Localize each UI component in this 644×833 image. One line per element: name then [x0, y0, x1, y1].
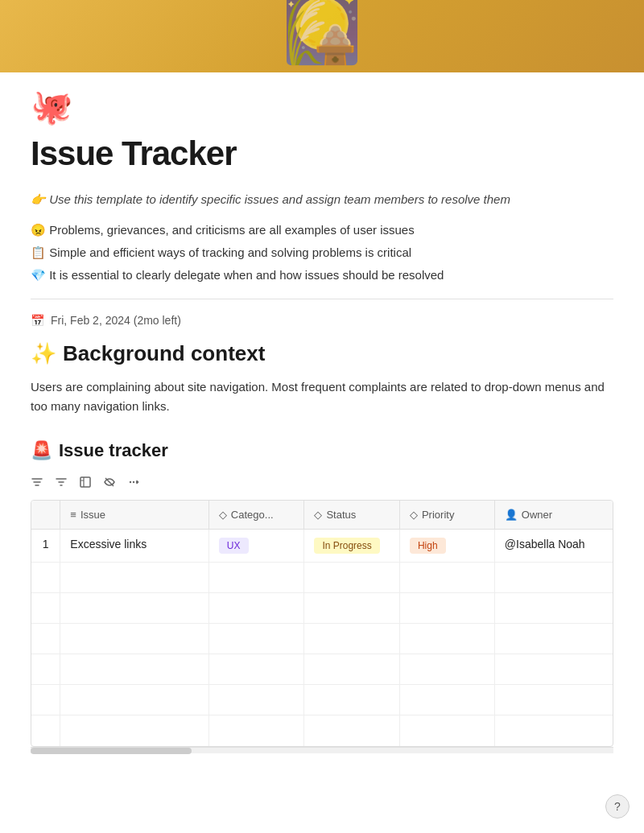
- row-owner[interactable]: @Isabella Noah: [494, 530, 613, 563]
- tracker-heading: 🚨 Issue tracker: [31, 440, 613, 461]
- owner-col-icon: 👤: [505, 509, 518, 521]
- sparkles-icon: ✨: [31, 341, 56, 366]
- list-item: 😠 Problems, grievances, and criticisms a…: [31, 223, 613, 237]
- svg-point-3: [133, 481, 134, 483]
- bullet-text-2: 📋 Simple and efficient ways of tracking …: [31, 245, 411, 260]
- date-row: 📅 Fri, Feb 2, 2024 (2mo left): [31, 314, 613, 327]
- issue-col-icon: ≡: [70, 509, 76, 521]
- category-col-icon: ◇: [219, 509, 227, 521]
- list-item: 💎 It is essential to clearly delegate wh…: [31, 268, 613, 282]
- issue-table-wrapper: ≡ Issue ◇ Catego... ◇: [31, 500, 613, 747]
- page-title: Issue Tracker: [31, 134, 613, 173]
- col-num-header: [31, 501, 60, 530]
- alarm-icon: 🚨: [31, 440, 52, 461]
- page-icon: 🐙: [31, 87, 644, 126]
- bullet-list: 😠 Problems, grievances, and criticisms a…: [31, 223, 613, 282]
- table-row-empty-5: [31, 685, 613, 715]
- status-col-icon: ◇: [314, 509, 322, 521]
- col-category-header[interactable]: ◇ Catego...: [208, 501, 304, 530]
- category-badge: UX: [219, 538, 249, 554]
- empty-owner: [494, 563, 613, 593]
- scrollbar-thumb[interactable]: [31, 748, 192, 754]
- priority-badge: High: [410, 538, 446, 554]
- col-issue-header[interactable]: ≡ Issue: [60, 501, 209, 530]
- tracker-heading-text: Issue tracker: [59, 440, 168, 461]
- more-options-icon[interactable]: [127, 476, 140, 489]
- hide-icon[interactable]: [103, 476, 116, 489]
- col-status-header[interactable]: ◇ Status: [304, 501, 400, 530]
- filter-icon[interactable]: [55, 476, 68, 489]
- issue-col-label: Issue: [80, 509, 105, 521]
- issue-table: ≡ Issue ◇ Catego... ◇: [31, 501, 613, 746]
- tracker-section: 🚨 Issue tracker: [31, 440, 613, 753]
- row-status[interactable]: In Progress: [304, 530, 400, 563]
- header-art: 🎑: [282, 0, 362, 68]
- header-banner: 🎑: [0, 0, 644, 72]
- owner-col-label: Owner: [522, 509, 552, 521]
- table-row-empty-2: [31, 593, 613, 624]
- main-content: Issue Tracker 👉 Use this template to ide…: [0, 134, 644, 786]
- bullet-text-1: 😠 Problems, grievances, and criticisms a…: [31, 223, 415, 237]
- status-col-label: Status: [326, 509, 356, 521]
- row-priority[interactable]: High: [399, 530, 494, 563]
- col-priority-header[interactable]: ◇ Priority: [399, 501, 494, 530]
- priority-col-icon: ◇: [410, 509, 418, 521]
- bullet-text-3: 💎 It is essential to clearly delegate wh…: [31, 268, 444, 282]
- expand-icon[interactable]: [79, 476, 92, 489]
- empty-issue: [60, 563, 209, 593]
- empty-status: [304, 563, 400, 593]
- category-col-label: Catego...: [231, 509, 274, 521]
- calendar-icon: 📅: [31, 314, 44, 327]
- intro-text: 👉 Use this template to identify specific…: [31, 192, 613, 207]
- background-body: Users are complaining about site navigat…: [31, 377, 613, 416]
- row-num: 1: [31, 530, 60, 563]
- background-heading-text: Background context: [63, 341, 265, 366]
- empty-category: [208, 563, 304, 593]
- table-row-empty-3: [31, 624, 613, 654]
- status-badge: In Progress: [314, 538, 379, 554]
- svg-point-2: [130, 481, 131, 483]
- sort-icon[interactable]: [31, 476, 43, 489]
- scrollbar-track[interactable]: [31, 747, 613, 753]
- svg-rect-0: [80, 477, 90, 487]
- background-heading: ✨ Background context: [31, 341, 613, 366]
- table-header-row: ≡ Issue ◇ Catego... ◇: [31, 501, 613, 530]
- list-item: 📋 Simple and efficient ways of tracking …: [31, 245, 613, 260]
- col-owner-header[interactable]: 👤 Owner: [494, 501, 613, 530]
- table-row-empty-4: [31, 654, 613, 685]
- empty-num: [31, 563, 60, 593]
- divider: [31, 299, 613, 299]
- help-button[interactable]: ?: [605, 794, 630, 819]
- priority-col-label: Priority: [422, 509, 454, 521]
- toolbar: [31, 472, 613, 492]
- empty-priority: [399, 563, 494, 593]
- table-row-empty-6: [31, 715, 613, 746]
- row-category[interactable]: UX: [208, 530, 304, 563]
- date-value: Fri, Feb 2, 2024 (2mo left): [51, 314, 181, 327]
- row-issue[interactable]: Excessive links: [60, 530, 209, 563]
- table-row-empty: [31, 563, 613, 593]
- table-row: 1 Excessive links UX In Progress High @I…: [31, 530, 613, 563]
